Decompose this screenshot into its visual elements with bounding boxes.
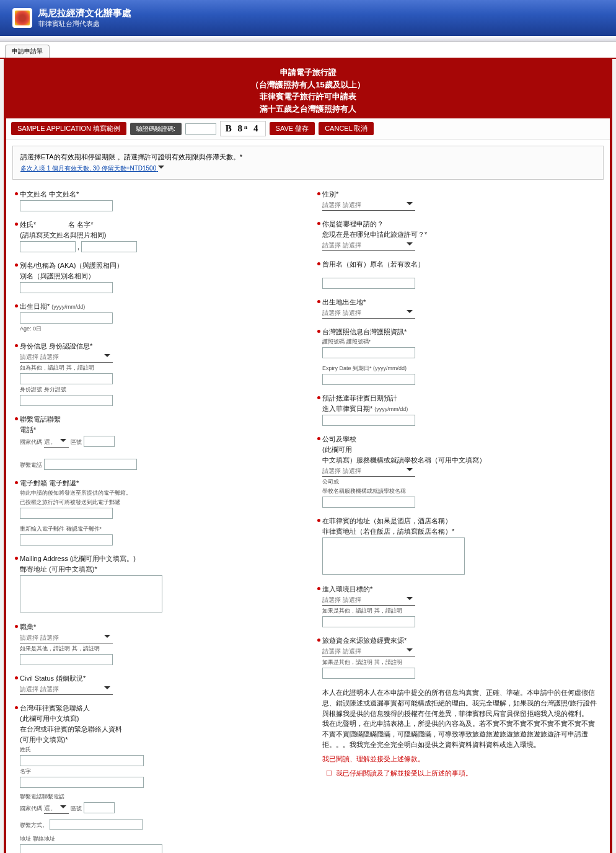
chevron-down-icon	[158, 166, 164, 172]
ph-address-textarea[interactable]	[322, 537, 465, 575]
aka-input[interactable]	[20, 282, 113, 293]
company-select[interactable]: 請選擇 請選擇	[322, 466, 415, 477]
email-confirm-input[interactable]	[20, 534, 113, 546]
header-separator	[0, 36, 616, 42]
surname-input[interactable]	[20, 241, 76, 252]
email-input[interactable]	[20, 508, 113, 519]
contact-phone-input[interactable]	[44, 459, 137, 470]
form-title: 申請電子旅行證 （台灣護照持有人15歲及以上） 菲律賓電子旅行許可申請表 滿十五…	[6, 61, 610, 118]
captcha-image: B 8ⁿ 4	[220, 121, 266, 136]
country-code-select[interactable]: 選。	[44, 437, 69, 448]
occupation-other-input[interactable]	[20, 654, 113, 665]
logo-icon	[12, 8, 32, 28]
former-name-input[interactable]	[322, 278, 415, 289]
sample-button[interactable]: SAMPLE APPLICATION 填寫範例	[11, 122, 126, 135]
occupation-select[interactable]: 請選擇 請選擇	[20, 633, 113, 643]
captcha-label: 驗證碼驗證碼:	[130, 123, 182, 135]
company-name-input[interactable]	[322, 497, 415, 508]
header-title: 馬尼拉經濟文化辦事處	[38, 7, 131, 19]
purpose-other-input[interactable]	[322, 616, 415, 627]
cancel-button[interactable]: CANCEL 取消	[319, 122, 374, 135]
header-subtitle: 菲律賓駐台灣代表處	[38, 19, 131, 29]
givenname-input[interactable]	[81, 241, 137, 252]
emergency-cc-select[interactable]: 選。	[44, 803, 69, 814]
emergency-surname-input[interactable]	[20, 755, 144, 766]
civil-status-select[interactable]: 請選擇 請選擇	[20, 684, 113, 695]
validity-notice: 請選擇ETA的有效期和停留期限 。請選擇許可證明有效期限與停滯天數。* 多次入境…	[12, 146, 604, 180]
mailing-address-textarea[interactable]	[20, 575, 162, 612]
id-number-input[interactable]	[20, 395, 113, 406]
identity-select[interactable]: 請選擇 請選擇	[20, 352, 113, 363]
top-toolbar: SAMPLE APPLICATION 填寫範例 驗證碼驗證碼: B 8ⁿ 4 S…	[6, 118, 610, 139]
tab-bar: 申請申請單	[0, 42, 616, 59]
app-header: 馬尼拉經濟文化辦事處 菲律賓駐台灣代表處	[0, 0, 616, 36]
identity-other-input[interactable]	[20, 373, 113, 384]
dob-input[interactable]	[20, 312, 113, 324]
fund-select[interactable]: 請選擇 請選擇	[322, 647, 415, 657]
emergency-phone-input[interactable]	[84, 802, 115, 813]
tab-application[interactable]: 申請申請單	[5, 45, 50, 58]
validity-select[interactable]: 多次入境 1 個月有效天數, 30 停留天數=NTD1500	[20, 165, 156, 172]
purpose-select[interactable]: 請選擇 請選擇	[322, 595, 415, 606]
declaration-text: 本人在此證明本人在本申請中提交的所有信息均真實、正確、準確。本申請中的任何虛假信…	[317, 687, 601, 778]
birthplace-select[interactable]: 請選擇 請選擇	[322, 308, 415, 319]
phone-input[interactable]	[84, 436, 115, 447]
sex-select[interactable]: 請選擇 請選擇	[322, 200, 415, 211]
main-form: 申請電子旅行證 （台灣護照持有人15歲及以上） 菲律賓電子旅行許可申請表 滿十五…	[4, 59, 612, 853]
right-column: 性別*請選擇 請選擇 你是從哪裡申請的？您現在是在哪兒申請此旅遊許可？*請選擇 …	[317, 190, 601, 853]
notice-text: 請選擇ETA的有效期和停留期限 。請選擇許可證明有效期限與停滯天數。*	[20, 152, 596, 162]
fund-other-input[interactable]	[322, 668, 415, 679]
emergency-method-input[interactable]	[50, 819, 143, 830]
emergency-address-textarea[interactable]	[20, 844, 162, 853]
captcha-input[interactable]	[185, 123, 216, 135]
arrival-date-input[interactable]	[322, 415, 415, 426]
chinese-name-input[interactable]	[20, 200, 113, 211]
save-button[interactable]: SAVE 儲存	[270, 122, 315, 135]
left-column: 中文姓名 中文姓名* 姓氏* 名 名字* (請填寫英文姓名與照片相同) , 別名…	[15, 190, 299, 853]
passport-number-input[interactable]	[322, 347, 415, 358]
emergency-name-input[interactable]	[20, 777, 144, 788]
lbl-chinese-name: 中文姓名 中文姓名*	[20, 190, 299, 199]
passport-expiry-input[interactable]	[322, 374, 415, 385]
apply-from-select[interactable]: 請選擇 請選擇	[322, 241, 415, 251]
